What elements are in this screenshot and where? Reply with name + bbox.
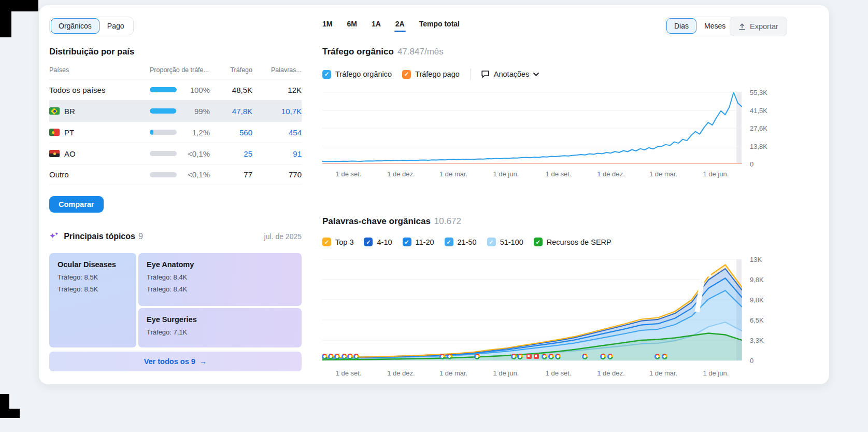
legend-label: Tráfego orgânico — [335, 70, 392, 78]
table-row-other[interactable]: Outro <0,1% 77 770 — [49, 164, 302, 185]
organic-traffic-title: Tráfego orgânico47.847/mês — [322, 47, 444, 57]
google-update-marker[interactable] — [555, 354, 561, 359]
google-update-marker[interactable] — [334, 354, 340, 359]
view-all-topics-link[interactable]: Ver todos os 9 → — [49, 352, 302, 371]
google-update-marker[interactable] — [353, 354, 359, 359]
traffic-link[interactable]: 47,8K — [210, 107, 252, 116]
topic-card-eye-anatomy[interactable]: Eye Anatomy Tráfego: 8,4K Tráfego: 8,4K — [138, 253, 302, 306]
google-update-marker[interactable] — [511, 354, 517, 359]
google-update-marker[interactable] — [347, 354, 353, 359]
google-update-marker[interactable] — [341, 354, 347, 359]
export-button[interactable]: Exportar — [730, 17, 787, 36]
legend-51-100[interactable]: ✓51-100 — [487, 238, 523, 246]
table-row-br[interactable]: BR 99% 47,8K 10,7K — [49, 100, 302, 121]
checkbox-checked-icon[interactable]: ✓ — [402, 70, 411, 79]
col-header-trafego[interactable]: Tráfego — [210, 66, 252, 74]
checkbox-checked-icon[interactable]: ✓ — [445, 238, 453, 246]
table-row-pt[interactable]: PT 1,2% 560 454 — [49, 121, 302, 143]
table-row-ao[interactable]: AO <0,1% 25 91 — [49, 143, 302, 164]
tab-pago[interactable]: Pago — [99, 18, 132, 34]
checkbox-checked-icon[interactable]: ✓ — [364, 238, 373, 246]
country-label: BR — [64, 107, 75, 116]
algorithm-flag-marker[interactable] — [527, 354, 532, 359]
tab-tempo-total[interactable]: Tempo total — [419, 20, 460, 32]
legend-11-20[interactable]: ✓11-20 — [403, 238, 434, 246]
keywords-chart[interactable] — [322, 259, 742, 363]
google-update-marker[interactable] — [662, 354, 667, 359]
google-update-marker[interactable] — [328, 354, 334, 359]
traffic-value: 77 — [210, 170, 252, 179]
topic-card-ocular-diseases[interactable]: Ocular Diseases Tráfego: 8,5K Tráfego: 8… — [49, 253, 136, 347]
checkbox-checked-icon[interactable]: ✓ — [403, 238, 411, 246]
legend-top-3[interactable]: ✓Top 3 — [322, 238, 353, 246]
organic-traffic-legend: ✓ Tráfego orgânico ✓ Tráfego pago Anotaç… — [322, 68, 539, 80]
col-header-paises[interactable]: Países — [49, 66, 150, 74]
tab-1a[interactable]: 1A — [372, 20, 381, 32]
divider — [470, 68, 471, 80]
legend-recursos-de-serp[interactable]: ✓Recursos de SERP — [534, 238, 611, 246]
tab-1m[interactable]: 1M — [322, 20, 332, 32]
chevron-down-icon — [533, 73, 539, 76]
col-header-palavras[interactable]: Palavras... — [252, 66, 302, 74]
tab-2a[interactable]: 2A — [395, 20, 405, 32]
table-row-all-countries[interactable]: Todos os países 100% 48,5K 12K — [49, 79, 302, 100]
organic-chart-y-axis: 55,3K41,5K27,6K13,8K0 — [750, 92, 812, 164]
domain-overview-card: Orgânicos Pago Distribuição por país Paí… — [39, 5, 829, 384]
share-percent: 100% — [177, 86, 210, 94]
tab-6m[interactable]: 6M — [347, 20, 357, 32]
tab-organicos[interactable]: Orgânicos — [51, 18, 99, 34]
google-update-marker[interactable] — [542, 354, 547, 359]
google-update-markers — [322, 354, 742, 360]
legend-trafego-pago[interactable]: ✓ Tráfego pago — [402, 70, 460, 79]
country-distribution-title: Distribuição por país — [49, 47, 134, 57]
legend-label: Tráfego pago — [415, 70, 460, 78]
country-label: Todos os países — [49, 86, 105, 94]
traffic-link[interactable]: 560 — [210, 128, 252, 137]
keywords-link[interactable]: 91 — [252, 149, 302, 158]
google-update-marker[interactable] — [474, 354, 480, 359]
google-update-marker[interactable] — [600, 354, 606, 359]
crop-mark-bottom-left — [0, 409, 20, 418]
organic-traffic-chart[interactable] — [322, 92, 742, 164]
google-update-marker[interactable] — [548, 354, 554, 359]
algorithm-flag-marker[interactable] — [534, 354, 539, 359]
view-all-label: Ver todos os 9 — [144, 357, 195, 366]
brazil-flag-icon — [49, 107, 60, 115]
country-label: AO — [64, 149, 76, 158]
google-update-marker[interactable] — [607, 354, 613, 359]
checkbox-checked-icon[interactable]: ✓ — [487, 238, 496, 246]
google-update-marker[interactable] — [654, 354, 660, 359]
organic-chart-x-axis: 1 de set.1 de dez.1 de mar.1 de jun.1 de… — [322, 170, 742, 180]
google-update-marker[interactable] — [582, 354, 588, 359]
legend-label: 4-10 — [377, 238, 392, 246]
checkbox-checked-icon[interactable]: ✓ — [322, 70, 331, 79]
topic-card-eye-surgeries[interactable]: Eye Surgeries Tráfego: 7,1K — [138, 308, 302, 347]
arrow-right-icon: → — [200, 357, 207, 366]
google-update-marker[interactable] — [322, 354, 328, 359]
checkbox-checked-icon[interactable]: ✓ — [322, 238, 331, 246]
topic-traffic: Tráfego: 8,4K — [147, 285, 293, 293]
google-update-marker[interactable] — [517, 354, 523, 359]
compare-button[interactable]: Comparar — [49, 196, 104, 213]
annotations-dropdown[interactable]: Anotações — [481, 70, 539, 78]
checkbox-checked-icon[interactable]: ✓ — [534, 238, 543, 246]
keywords-link[interactable]: 454 — [252, 128, 302, 137]
annotations-label: Anotações — [494, 70, 530, 78]
topics-title: Principais tópicos — [64, 232, 135, 241]
export-icon — [738, 23, 746, 31]
date-range-tabs: 1M 6M 1A 2A Tempo total — [322, 20, 460, 32]
keywords-link[interactable]: 10,7K — [252, 107, 302, 116]
legend-trafego-organico[interactable]: ✓ Tráfego orgânico — [322, 70, 392, 79]
share-percent: <0,1% — [177, 170, 210, 179]
traffic-link[interactable]: 25 — [210, 149, 252, 158]
google-update-marker[interactable] — [439, 354, 445, 359]
toggle-dias[interactable]: Dias — [666, 18, 696, 34]
legend-4-10[interactable]: ✓4-10 — [364, 238, 392, 246]
google-update-marker[interactable] — [447, 354, 452, 359]
keywords-value: 770 — [252, 170, 302, 179]
organic-keywords-title: Palavras-chave orgânicas10.672 — [322, 216, 461, 227]
toggle-meses[interactable]: Meses — [696, 18, 733, 34]
granularity-toggle: Dias Meses — [665, 17, 735, 35]
col-header-proporcao[interactable]: Proporção de tráfe... — [150, 66, 210, 74]
legend-21-50[interactable]: ✓21-50 — [445, 238, 477, 246]
